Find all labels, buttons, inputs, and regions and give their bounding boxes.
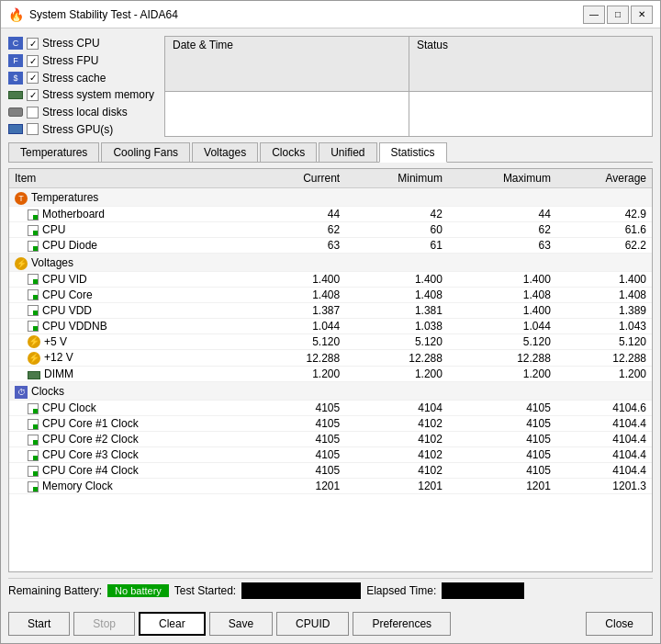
status-area: Date & Time Status: [164, 36, 653, 137]
table-row: CPU VDDNB1.0441.0381.0441.043: [9, 318, 652, 333]
stress-gpu-item: Stress GPU(s): [8, 121, 155, 137]
tab-statistics[interactable]: Statistics: [379, 142, 447, 163]
group-row: ⚡Voltages: [9, 253, 652, 271]
stress-fpu-label: Stress FPU: [42, 54, 98, 67]
item-icon: [28, 466, 39, 477]
dimm-icon: [28, 371, 40, 379]
stress-cache-checkbox[interactable]: [27, 72, 39, 84]
volt-group-icon: ⚡: [15, 257, 28, 270]
main-window: 🔥 System Stability Test - AIDA64 — □ ✕ C…: [0, 0, 661, 644]
elapsed-time-value: [442, 582, 524, 599]
stress-memory-item: Stress system memory: [8, 87, 155, 103]
status-content: [409, 92, 652, 137]
title-bar-left: 🔥 System Stability Test - AIDA64: [8, 7, 178, 22]
table-row: CPU Core #3 Clock4105410241054104.4: [9, 447, 652, 463]
col-maximum: Maximum: [448, 169, 556, 188]
item-icon: [28, 241, 39, 252]
group-row: TTemperatures: [9, 188, 652, 207]
fire-icon: 🔥: [8, 7, 24, 22]
stress-memory-label: Stress system memory: [42, 88, 154, 101]
hdd-stress-icon: [8, 107, 23, 117]
start-button[interactable]: Start: [8, 612, 70, 636]
stress-options: C Stress CPU F Stress FPU $ Stress cache: [8, 36, 155, 137]
window-title: System Stability Test - AIDA64: [29, 8, 178, 21]
item-icon: [28, 321, 39, 332]
main-content: C Stress CPU F Stress FPU $ Stress cache: [1, 28, 660, 643]
tab-unified[interactable]: Unified: [319, 142, 376, 162]
table-row: CPU Core1.4081.4081.4081.408: [9, 287, 652, 302]
table-row: CPU VID1.4001.4001.4001.400: [9, 271, 652, 287]
bottom-bar: Remaining Battery: No battery Test Start…: [8, 578, 653, 603]
title-bar-controls: — □ ✕: [583, 6, 653, 24]
group-row: ⏱Clocks: [9, 382, 652, 401]
item-icon: [28, 435, 39, 446]
clock-group-icon: ⏱: [15, 386, 28, 399]
stress-disk-item: Stress local disks: [8, 105, 155, 120]
volt-icon: ⚡: [28, 352, 40, 365]
statistics-table-container[interactable]: Item Current Minimum Maximum Average TTe…: [8, 168, 653, 572]
tabs-bar: Temperatures Cooling Fans Voltages Clock…: [8, 142, 653, 163]
cache-stress-icon: $: [8, 72, 23, 85]
stress-cache-item: $ Stress cache: [8, 70, 155, 85]
close-window-button[interactable]: ✕: [631, 6, 653, 24]
col-current: Current: [257, 169, 345, 188]
tab-temperatures[interactable]: Temperatures: [8, 142, 99, 162]
title-bar: 🔥 System Stability Test - AIDA64 — □ ✕: [1, 1, 660, 28]
item-icon: [28, 481, 39, 492]
col-item: Item: [9, 169, 257, 188]
tab-clocks[interactable]: Clocks: [260, 142, 317, 162]
memory-stress-icon: [8, 91, 23, 99]
table-row: ⚡+5 V5.1205.1205.1205.120: [9, 333, 652, 350]
temp-group-icon: T: [15, 192, 28, 205]
table-header-row: Item Current Minimum Maximum Average: [9, 169, 652, 188]
table-row: Motherboard44424442.9: [9, 206, 652, 221]
table-row: CPU Core #4 Clock4105410241054104.4: [9, 463, 652, 479]
footer-left-buttons: Start Stop Clear Save CPUID Preferences: [8, 612, 451, 636]
test-started-label: Test Started:: [174, 584, 236, 597]
col-average: Average: [556, 169, 652, 188]
stress-disk-label: Stress local disks: [42, 106, 128, 119]
stress-cache-label: Stress cache: [42, 72, 106, 85]
table-row: DIMM1.2001.2001.2001.200: [9, 367, 652, 382]
maximize-button[interactable]: □: [607, 6, 629, 24]
stress-gpu-checkbox[interactable]: [27, 123, 39, 135]
cpu-stress-icon: C: [8, 37, 23, 50]
stress-fpu-checkbox[interactable]: [27, 55, 39, 67]
stop-button[interactable]: Stop: [73, 612, 135, 636]
item-icon: [28, 419, 39, 430]
table-row: ⚡+12 V12.28812.28812.28812.288: [9, 350, 652, 367]
close-button[interactable]: Close: [586, 612, 653, 636]
statistics-table: Item Current Minimum Maximum Average TTe…: [9, 169, 652, 494]
stress-disk-checkbox[interactable]: [27, 107, 39, 119]
table-row: CPU VDD1.3871.3811.4001.389: [9, 302, 652, 318]
stress-gpu-label: Stress GPU(s): [42, 123, 113, 136]
top-section: C Stress CPU F Stress FPU $ Stress cache: [8, 36, 653, 137]
save-button[interactable]: Save: [209, 612, 273, 636]
clear-button[interactable]: Clear: [139, 612, 206, 636]
test-started-value: [241, 582, 361, 599]
col-minimum: Minimum: [345, 169, 448, 188]
fpu-stress-icon: F: [8, 54, 23, 67]
stress-memory-checkbox[interactable]: [27, 89, 39, 101]
no-battery-badge: No battery: [107, 584, 169, 597]
table-row: Memory Clock1201120112011201.3: [9, 479, 652, 494]
stress-cpu-checkbox[interactable]: [27, 38, 39, 50]
tab-cooling-fans[interactable]: Cooling Fans: [101, 142, 190, 162]
item-icon: [28, 225, 39, 236]
volt-icon: ⚡: [28, 335, 40, 348]
footer-buttons: Start Stop Clear Save CPUID Preferences …: [8, 608, 653, 636]
date-time-content: [165, 92, 409, 137]
table-row: CPU Core #1 Clock4105410241054104.4: [9, 416, 652, 432]
footer-right-buttons: Close: [586, 612, 653, 636]
item-icon: [28, 209, 39, 220]
preferences-button[interactable]: Preferences: [353, 612, 451, 636]
table-row: CPU Core #2 Clock4105410241054104.4: [9, 432, 652, 447]
stress-cpu-label: Stress CPU: [42, 37, 100, 50]
table-row: CPU Clock4105410441054104.6: [9, 401, 652, 416]
cpuid-button[interactable]: CPUID: [276, 612, 349, 636]
item-icon: [28, 450, 39, 461]
elapsed-time-label: Elapsed Time:: [366, 584, 436, 597]
minimize-button[interactable]: —: [583, 6, 605, 24]
stress-cpu-item: C Stress CPU: [8, 36, 155, 51]
tab-voltages[interactable]: Voltages: [192, 142, 258, 162]
